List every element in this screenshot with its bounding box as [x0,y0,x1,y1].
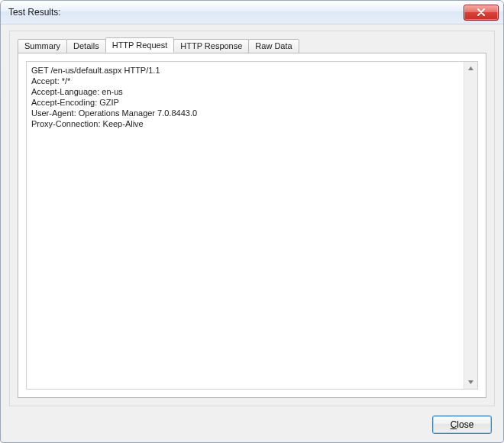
tab-http-request[interactable]: HTTP Request [105,37,175,53]
tab-summary[interactable]: Summary [18,39,67,53]
tab-details[interactable]: Details [66,39,106,53]
scroll-up-icon[interactable] [464,62,477,75]
window-close-button[interactable] [464,5,499,21]
dialog-window: Test Results: Summary Details HTTP Reque… [0,0,504,443]
dialog-footer: Close [432,416,492,434]
titlebar: Test Results: [1,1,503,24]
vertical-scrollbar[interactable] [464,62,477,389]
close-icon [477,8,486,16]
client-area: Summary Details HTTP Request HTTP Respon… [2,24,502,441]
request-text-pane: GET /en-us/default.aspx HTTP/1.1 Accept:… [26,61,478,390]
tab-raw-data[interactable]: Raw Data [248,39,299,53]
tab-page: GET /en-us/default.aspx HTTP/1.1 Accept:… [18,53,486,398]
close-button-rest: lose [457,419,473,430]
tab-strip: Summary Details HTTP Request HTTP Respon… [18,37,486,53]
content-frame: Summary Details HTTP Request HTTP Respon… [9,31,495,406]
tab-http-response[interactable]: HTTP Response [173,39,249,53]
window-title: Test Results: [8,7,464,18]
close-button[interactable]: Close [432,416,492,434]
request-text[interactable]: GET /en-us/default.aspx HTTP/1.1 Accept:… [27,62,464,389]
scroll-down-icon[interactable] [464,376,477,389]
